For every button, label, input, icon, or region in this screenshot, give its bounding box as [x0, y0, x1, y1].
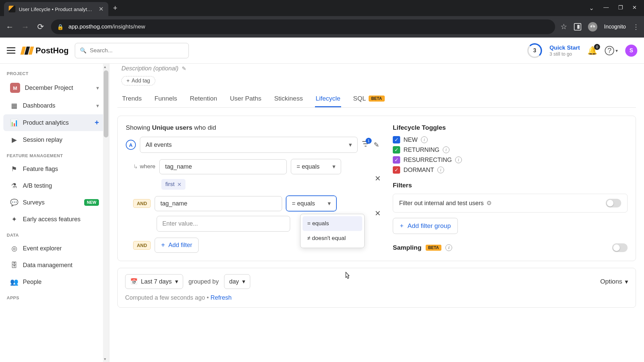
window-minimize-icon[interactable]: ― — [603, 4, 609, 12]
info-icon[interactable]: i — [445, 244, 452, 251]
tab-lifecycle[interactable]: Lifecycle — [315, 91, 341, 107]
browser-menu-icon[interactable]: ⋮ — [633, 23, 639, 31]
user-initial: S — [630, 48, 633, 54]
checkbox-icon[interactable]: ✓ — [393, 146, 400, 154]
sidebar-item-feature-flags[interactable]: ⚑ Feature flags — [3, 161, 106, 177]
dropdown-option-not-equals[interactable]: ≠ doesn't equal — [303, 231, 362, 246]
toggle-dormant[interactable]: ✓ DORMANT i — [393, 166, 628, 174]
scroll-up-icon[interactable]: ▴ — [104, 64, 106, 69]
chevron-down-icon[interactable]: ▾ — [615, 48, 618, 53]
plus-icon[interactable]: + — [95, 118, 99, 127]
tab-close-icon[interactable]: ✕ — [99, 5, 104, 13]
edit-icon[interactable]: ✎ — [374, 141, 379, 149]
sidebar-item-data-management[interactable]: 🗄 Data management — [3, 257, 106, 273]
filter-value-chip[interactable]: first ✕ — [161, 179, 185, 190]
gear-icon[interactable]: ⚙ — [486, 199, 492, 207]
chevron-down-icon: ▾ — [96, 85, 99, 91]
svg-point-0 — [590, 25, 592, 27]
profile-icon[interactable] — [588, 22, 597, 32]
property-selector[interactable]: tag_name — [155, 196, 282, 211]
chip-remove-icon[interactable]: ✕ — [177, 181, 181, 188]
add-filter-group-button[interactable]: + Add filter group — [393, 218, 458, 234]
scroll-down-icon[interactable]: ▾ — [104, 357, 106, 361]
help-button[interactable]: ? — [605, 46, 614, 55]
operator-selector[interactable]: = equals ▾ — [291, 159, 341, 174]
reload-button[interactable]: ⟳ — [36, 22, 46, 32]
sidebar-item-product-analytics[interactable]: 📊 Product analytics + — [3, 114, 106, 131]
tab-retention[interactable]: Retention — [189, 91, 218, 107]
interval-selector[interactable]: day ▾ — [224, 274, 250, 289]
pencil-icon[interactable]: ✎ — [182, 65, 186, 72]
description-placeholder[interactable]: Description (optional) — [121, 65, 178, 72]
date-range-selector[interactable]: 📅 Last 7 days ▾ — [125, 274, 183, 289]
scrollbar[interactable]: ▴ ▾ — [103, 64, 109, 362]
refresh-link[interactable]: Refresh — [210, 294, 231, 301]
tab-overflow-icon[interactable]: ⌄ — [589, 4, 594, 12]
sidebar-item-session-replay[interactable]: ▶ Session replay — [3, 132, 106, 148]
plus-icon: + — [400, 222, 404, 230]
info-icon[interactable]: i — [443, 146, 449, 153]
notifications-button[interactable]: 🔔 0 — [587, 46, 597, 55]
quick-start-ring[interactable]: 3 — [527, 43, 542, 58]
scrollbar-thumb[interactable] — [104, 70, 108, 137]
quick-start-button[interactable]: Quick Start 3 still to go — [549, 45, 580, 57]
grouped-by-label: grouped by — [189, 278, 219, 285]
main-content: Description (optional) ✎ + Add tag Trend… — [109, 64, 644, 362]
project-selector[interactable]: M December Project ▾ — [3, 79, 106, 97]
tab-sql[interactable]: SQL BETA — [353, 91, 385, 107]
operator-selector[interactable]: = equals ▾ — [286, 196, 336, 211]
chevron-down-icon: ▾ — [328, 200, 331, 207]
add-tag-button[interactable]: + Add tag — [121, 76, 155, 85]
url-text: app.posthog.com/insights/new — [68, 23, 145, 30]
menu-toggle-button[interactable] — [7, 47, 15, 54]
sidebar-item-people[interactable]: 👥 People — [3, 274, 106, 290]
toggle-resurrecting[interactable]: ✓ RESURRECTING i — [393, 156, 628, 164]
remove-filter-icon[interactable]: ✕ — [375, 209, 381, 218]
options-dropdown[interactable]: Options ▾ — [600, 278, 628, 286]
window-close-icon[interactable]: ✕ — [632, 4, 637, 12]
info-icon[interactable]: i — [455, 157, 462, 163]
replay-icon: ▶ — [10, 136, 18, 144]
filter-icon-button[interactable]: 1 — [362, 140, 370, 150]
logo[interactable]: PostHog — [21, 46, 69, 55]
toggle-switch[interactable] — [606, 199, 621, 207]
sidebar-item-early-access[interactable]: ✦ Early access features — [3, 211, 106, 227]
dashboard-icon: ▦ — [10, 102, 18, 110]
back-button[interactable]: ← — [5, 22, 15, 32]
toggle-switch[interactable] — [612, 243, 628, 252]
remove-filter-icon[interactable]: ✕ — [375, 174, 381, 183]
sidebar-item-dashboards[interactable]: ▦ Dashboards ▾ — [3, 98, 106, 114]
bookmark-icon[interactable]: ☆ — [560, 22, 567, 31]
event-selector[interactable]: All events ▾ — [140, 137, 358, 153]
add-filter-button[interactable]: + Add filter — [155, 238, 199, 253]
checkbox-icon[interactable]: ✓ — [393, 136, 400, 143]
checkbox-icon[interactable]: ✓ — [393, 166, 400, 174]
tab-funnels[interactable]: Funnels — [154, 91, 178, 107]
search-input[interactable]: 🔍 — [75, 43, 189, 58]
sidebar-item-ab-testing[interactable]: ⚗ A/B testing — [3, 178, 106, 194]
search-field[interactable] — [90, 47, 184, 54]
new-tab-button[interactable]: + — [113, 4, 117, 12]
sidebar-label: Data management — [23, 262, 72, 269]
logo-text: PostHog — [36, 46, 69, 55]
dropdown-option-equals[interactable]: = equals — [303, 216, 362, 231]
tab-stickiness[interactable]: Stickiness — [273, 91, 304, 107]
user-avatar[interactable]: S — [625, 45, 637, 57]
filter-count-badge: 1 — [366, 138, 372, 144]
browser-tab[interactable]: User Lifecycle • Product analytics ✕ — [4, 2, 108, 16]
info-icon[interactable]: i — [437, 167, 444, 173]
sidebar-section-data: DATA — [0, 228, 109, 240]
toggle-returning[interactable]: ✓ RETURNING i — [393, 146, 628, 154]
side-panel-icon[interactable] — [574, 23, 581, 31]
sidebar-item-event-explorer[interactable]: ◎ Event explorer — [3, 240, 106, 256]
property-selector[interactable]: tag_name — [159, 159, 287, 174]
info-icon[interactable]: i — [421, 136, 428, 143]
tab-user-paths[interactable]: User Paths — [229, 91, 262, 107]
window-maximize-icon[interactable]: ❐ — [618, 4, 623, 12]
toggle-new[interactable]: ✓ NEW i — [393, 136, 628, 143]
address-bar[interactable]: 🔒 app.posthog.com/insights/new — [51, 19, 555, 34]
checkbox-icon[interactable]: ✓ — [393, 156, 400, 164]
value-input[interactable]: Enter value... — [157, 216, 290, 232]
tab-trends[interactable]: Trends — [121, 91, 142, 107]
sidebar-item-surveys[interactable]: 💬 Surveys NEW — [3, 194, 106, 210]
